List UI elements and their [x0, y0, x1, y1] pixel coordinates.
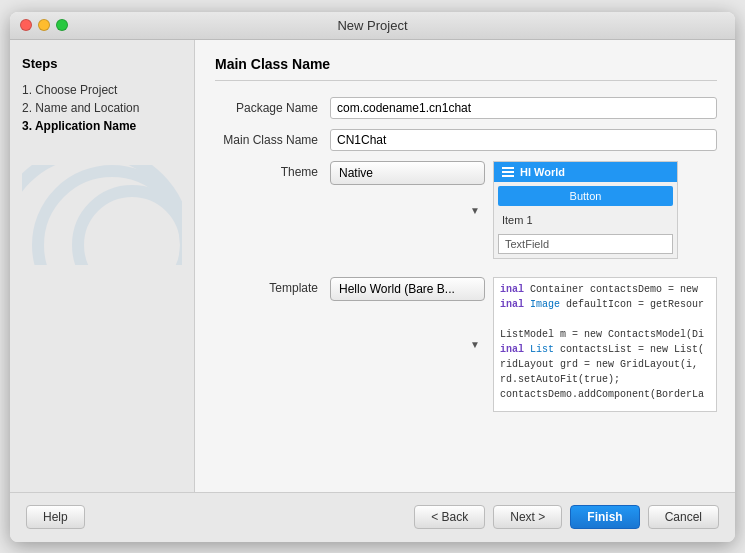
step-2: 2. Name and Location: [22, 99, 182, 117]
template-select[interactable]: Hello World (Bare B... Hello World Tabs …: [330, 277, 485, 301]
panel-title: Main Class Name: [215, 56, 717, 81]
step-2-number: 2.: [22, 101, 32, 115]
main-panel: Main Class Name Package Name Main Class …: [195, 40, 735, 492]
theme-select-wrapper: Native Flat Classic Material ▼: [330, 161, 485, 259]
footer: Help < Back Next > Finish Cancel: [10, 492, 735, 542]
footer-right: < Back Next > Finish Cancel: [414, 505, 719, 529]
preview-textfield: TextField: [498, 234, 673, 254]
theme-content: Native Flat Classic Material ▼: [330, 161, 717, 259]
cancel-button[interactable]: Cancel: [648, 505, 719, 529]
maximize-button[interactable]: [56, 19, 68, 31]
code-line-8: contactsDemo.addComponent(BorderLa: [500, 387, 710, 402]
close-button[interactable]: [20, 19, 32, 31]
theme-select-arrow: ▼: [470, 204, 480, 215]
preview-item: Item 1: [494, 210, 677, 230]
code-line-3: [500, 312, 710, 327]
theme-preview: HI World Button Item 1 TextField: [493, 161, 678, 259]
code-line-7: rd.setAutoFit(true);: [500, 372, 710, 387]
code-line-1: inal Container contactsDemo = new: [500, 282, 710, 297]
step-3-label: Application Name: [35, 119, 136, 133]
footer-left: Help: [26, 505, 85, 529]
window-controls: [20, 19, 68, 31]
code-line-9: [500, 402, 710, 412]
main-window: New Project Steps 1. Choose Project 2. N…: [10, 12, 735, 542]
preview-header: HI World: [494, 162, 677, 182]
package-row: Package Name: [215, 97, 717, 119]
titlebar: New Project: [10, 12, 735, 40]
watermark: [22, 165, 182, 265]
code-line-2: inal Image defaultIcon = getResour: [500, 297, 710, 312]
steps-list: 1. Choose Project 2. Name and Location 3…: [22, 81, 182, 135]
step-3-number: 3.: [22, 119, 32, 133]
code-preview: inal Container contactsDemo = new inal I…: [493, 277, 717, 412]
help-button[interactable]: Help: [26, 505, 85, 529]
theme-row: Theme Native Flat Classic Material ▼: [215, 161, 717, 259]
code-line-5: inal List contactsList = new List(: [500, 342, 710, 357]
package-label: Package Name: [215, 101, 330, 115]
code-line-4: ListModel m = new ContactsModel(Di: [500, 327, 710, 342]
package-input[interactable]: [330, 97, 717, 119]
step-1-label: Choose Project: [35, 83, 117, 97]
next-button[interactable]: Next >: [493, 505, 562, 529]
step-3: 3. Application Name: [22, 117, 182, 135]
sidebar-title: Steps: [22, 56, 182, 71]
main-class-input[interactable]: [330, 129, 717, 151]
template-row: Template Hello World (Bare B... Hello Wo…: [215, 277, 717, 412]
step-2-label: Name and Location: [35, 101, 139, 115]
template-label: Template: [215, 277, 330, 295]
template-select-arrow: ▼: [470, 339, 480, 350]
main-class-label: Main Class Name: [215, 133, 330, 147]
step-1-number: 1.: [22, 83, 32, 97]
sidebar: Steps 1. Choose Project 2. Name and Loca…: [10, 40, 195, 492]
preview-button: Button: [498, 186, 673, 206]
window-content: Steps 1. Choose Project 2. Name and Loca…: [10, 40, 735, 492]
code-line-6: ridLayout grd = new GridLayout(i,: [500, 357, 710, 372]
finish-button[interactable]: Finish: [570, 505, 639, 529]
minimize-button[interactable]: [38, 19, 50, 31]
theme-label: Theme: [215, 161, 330, 179]
theme-select[interactable]: Native Flat Classic Material: [330, 161, 485, 185]
hamburger-icon: [502, 167, 514, 177]
back-button[interactable]: < Back: [414, 505, 485, 529]
preview-header-text: HI World: [520, 166, 565, 178]
template-select-wrapper: Hello World (Bare B... Hello World Tabs …: [330, 277, 485, 412]
step-1: 1. Choose Project: [22, 81, 182, 99]
main-class-row: Main Class Name: [215, 129, 717, 151]
template-content: Hello World (Bare B... Hello World Tabs …: [330, 277, 717, 412]
window-title: New Project: [337, 18, 407, 33]
